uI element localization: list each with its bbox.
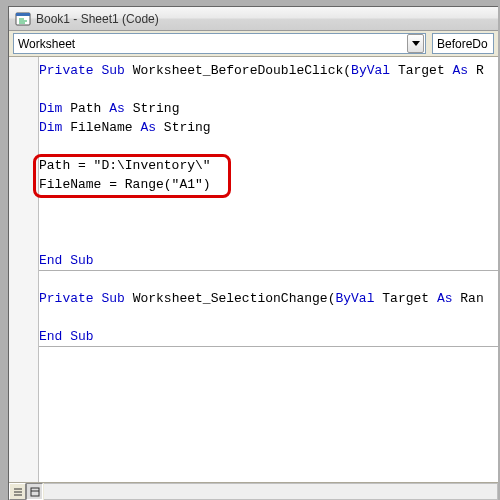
object-procedure-row: Worksheet BeforeDo (9, 31, 498, 57)
procedure-view-icon (13, 487, 23, 497)
desktop-region: Book1 - Sheet1 (Code) Worksheet BeforeDo… (0, 0, 500, 500)
full-module-view-button[interactable] (26, 483, 43, 500)
procedure-separator-1 (39, 270, 498, 271)
svg-rect-2 (31, 488, 39, 496)
object-dropdown-button[interactable] (407, 34, 424, 53)
window-title: Book1 - Sheet1 (Code) (36, 13, 159, 25)
object-dropdown-value: Worksheet (14, 37, 407, 51)
code-editor[interactable]: Private Sub Worksheet_BeforeDoubleClick(… (9, 57, 498, 482)
horizontal-scrollbar[interactable] (44, 483, 498, 500)
procedure-dropdown[interactable]: BeforeDo (432, 33, 494, 54)
bottom-bar (9, 482, 498, 500)
object-dropdown[interactable]: Worksheet (13, 33, 426, 54)
procedure-view-button[interactable] (9, 483, 26, 500)
chevron-down-icon (412, 41, 420, 47)
code-window: Book1 - Sheet1 (Code) Worksheet BeforeDo… (8, 6, 498, 500)
code-text[interactable]: Private Sub Worksheet_BeforeDoubleClick(… (39, 61, 498, 346)
code-module-icon (15, 11, 31, 27)
titlebar[interactable]: Book1 - Sheet1 (Code) (9, 7, 498, 31)
procedure-dropdown-value: BeforeDo (433, 37, 493, 51)
full-module-view-icon (30, 487, 40, 497)
procedure-separator-2 (39, 346, 498, 347)
svg-rect-1 (16, 13, 30, 16)
code-margin (9, 57, 39, 482)
